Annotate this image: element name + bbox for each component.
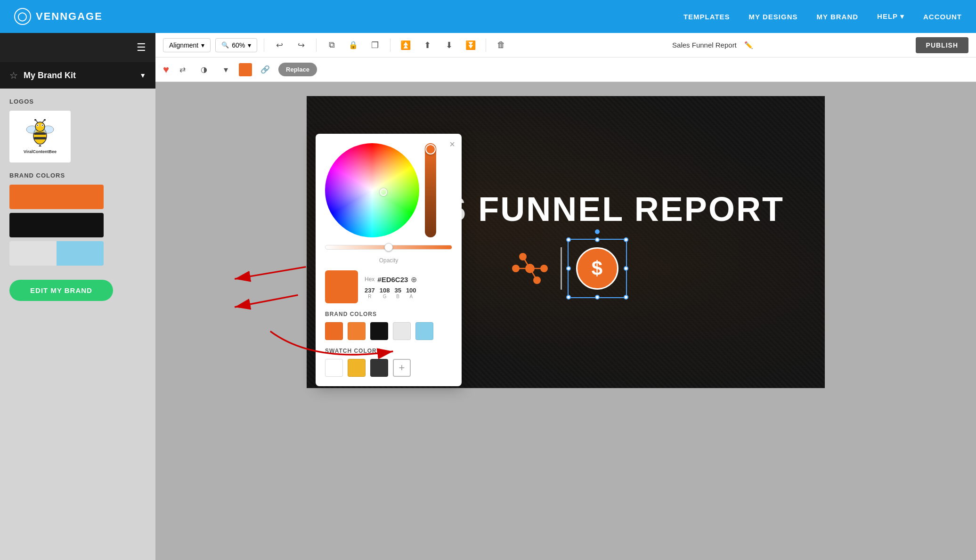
search-icon: 🔍 bbox=[221, 41, 229, 49]
nav-links: TEMPLATES MY DESIGNS MY BRAND HELP ACCOU… bbox=[683, 12, 962, 21]
swatch-white[interactable] bbox=[325, 359, 343, 377]
toolbar-secondary: ♥ ⇄ ◑ ▾ 🔗 Replace bbox=[155, 57, 976, 82]
separator-2 bbox=[316, 39, 317, 52]
handle-middle-left[interactable] bbox=[566, 266, 571, 271]
move-down-button[interactable]: ⬇ bbox=[440, 37, 457, 54]
copy-style-button[interactable]: ⧉ bbox=[323, 37, 340, 54]
swatch-add-button[interactable]: + bbox=[393, 359, 411, 377]
move-top-button[interactable]: ⏫ bbox=[397, 37, 414, 54]
nav-help[interactable]: HELP bbox=[877, 12, 904, 21]
opacity-label: Opacity bbox=[325, 257, 452, 264]
alignment-chevron-icon: ▾ bbox=[201, 41, 204, 49]
handle-top-right[interactable] bbox=[624, 237, 628, 242]
brand-color-row-3 bbox=[9, 241, 104, 266]
popup-brand-color-1[interactable] bbox=[325, 322, 343, 340]
dollar-icon: $ bbox=[576, 247, 618, 290]
popup-brand-colors-row bbox=[325, 322, 452, 340]
color-swatch-button[interactable] bbox=[239, 63, 252, 76]
popup-brand-color-3[interactable] bbox=[370, 322, 388, 340]
publish-button[interactable]: PUBLISH bbox=[916, 37, 968, 53]
handle-bottom-right[interactable] bbox=[624, 295, 628, 300]
handle-bottom-center[interactable] bbox=[595, 295, 600, 300]
link-button[interactable]: 🔗 bbox=[257, 61, 274, 78]
color-wheel[interactable] bbox=[325, 143, 419, 237]
svg-point-6 bbox=[35, 122, 45, 131]
network-icon bbox=[509, 247, 551, 290]
edit-brand-button[interactable]: EDIT MY BRAND bbox=[9, 280, 113, 301]
rgba-a-label: A bbox=[409, 294, 413, 299]
duplicate-button[interactable]: ❐ bbox=[366, 37, 383, 54]
svg-line-11 bbox=[36, 120, 38, 122]
nav-account[interactable]: ACCOUNT bbox=[923, 13, 962, 21]
logo-icon: ◯ bbox=[14, 8, 31, 25]
hex-value[interactable]: #ED6C23 bbox=[377, 276, 408, 284]
sidebar-content: LOGOS bbox=[0, 89, 155, 560]
rgba-a-group: 100 A bbox=[406, 287, 416, 299]
nav-templates[interactable]: TEMPLATES bbox=[683, 13, 730, 21]
nav-my-brand[interactable]: MY BRAND bbox=[817, 13, 859, 21]
lock-button[interactable]: 🔒 bbox=[345, 37, 362, 54]
zoom-dropdown[interactable]: 🔍 60% ▾ bbox=[215, 38, 257, 52]
undo-button[interactable]: ↩ bbox=[271, 37, 288, 54]
bee-svg-icon bbox=[24, 119, 57, 147]
handle-rotate[interactable] bbox=[595, 229, 600, 234]
separator-3 bbox=[390, 39, 390, 52]
replace-button[interactable]: Replace bbox=[278, 63, 317, 76]
contrast-chevron-icon[interactable]: ▾ bbox=[217, 61, 234, 78]
brand-color-orange[interactable] bbox=[9, 185, 104, 209]
rgba-g-value[interactable]: 108 bbox=[380, 287, 390, 294]
redo-button[interactable]: ↪ bbox=[293, 37, 309, 54]
rgba-b-value[interactable]: 35 bbox=[394, 287, 401, 294]
color-wheel-container bbox=[325, 143, 452, 237]
popup-brand-color-2[interactable] bbox=[348, 322, 366, 340]
move-bottom-button[interactable]: ⏬ bbox=[462, 37, 479, 54]
toolbar-top: Alignment ▾ 🔍 60% ▾ ↩ ↪ ⧉ 🔒 ❐ ⏫ ⬆ ⬇ ⏬ 🗑 … bbox=[155, 33, 976, 57]
zoom-label: 60% bbox=[232, 41, 245, 49]
dollar-icon-container[interactable]: $ bbox=[571, 243, 623, 294]
popup-brand-color-4[interactable] bbox=[393, 322, 411, 340]
color-values: Hex #ED6C23 ⊕ 237 R 108 G bbox=[365, 275, 452, 299]
favorite-button[interactable]: ♥ bbox=[163, 64, 169, 76]
main-layout: ☰ ☆ My Brand Kit ▼ LOGOS bbox=[0, 33, 976, 560]
brand-logo-bee: ViralContentBee bbox=[24, 119, 57, 154]
document-title: Sales Funnel Report bbox=[672, 41, 737, 49]
contrast-button[interactable]: ◑ bbox=[195, 61, 212, 78]
nav-my-designs[interactable]: MY DESIGNS bbox=[749, 13, 798, 21]
swatch-yellow[interactable] bbox=[348, 359, 366, 377]
dollar-sign-icon: $ bbox=[592, 257, 602, 280]
alignment-dropdown[interactable]: Alignment ▾ bbox=[163, 38, 211, 52]
color-preview-swatch bbox=[325, 270, 358, 303]
brand-color-lightblue[interactable] bbox=[57, 241, 104, 266]
brand-colors-label: BRAND COLORS bbox=[9, 172, 146, 179]
rgba-b-group: 35 B bbox=[394, 287, 401, 299]
opacity-slider[interactable] bbox=[325, 245, 452, 250]
zoom-chevron-icon: ▾ bbox=[248, 41, 251, 49]
popup-close-button[interactable]: × bbox=[449, 139, 455, 149]
brand-kit-bar[interactable]: ☆ My Brand Kit ▼ bbox=[0, 62, 155, 89]
rgba-g-label: G bbox=[383, 294, 387, 299]
rgba-a-value[interactable]: 100 bbox=[406, 287, 416, 294]
popup-brand-color-5[interactable] bbox=[415, 322, 433, 340]
brand-kit-chevron-icon: ▼ bbox=[139, 72, 146, 79]
handle-top-center[interactable] bbox=[595, 237, 600, 242]
handle-bottom-left[interactable] bbox=[566, 295, 571, 300]
transform-button[interactable]: ⇄ bbox=[174, 61, 191, 78]
swatch-dark[interactable] bbox=[370, 359, 388, 377]
eyedropper-button[interactable]: ⊕ bbox=[411, 275, 417, 284]
opacity-row bbox=[325, 245, 452, 250]
logo-text: VENNGAGE bbox=[36, 10, 103, 23]
brand-color-gray[interactable] bbox=[9, 241, 57, 266]
edit-icon[interactable]: ✏️ bbox=[744, 41, 753, 49]
handle-top-left[interactable] bbox=[566, 237, 571, 242]
handle-middle-right[interactable] bbox=[624, 266, 628, 271]
hue-slider[interactable] bbox=[425, 143, 436, 237]
brand-color-black[interactable] bbox=[9, 213, 104, 237]
svg-rect-3 bbox=[34, 137, 46, 139]
rgba-r-value[interactable]: 237 bbox=[365, 287, 375, 294]
delete-button[interactable]: 🗑 bbox=[493, 37, 510, 54]
move-up-button[interactable]: ⬆ bbox=[419, 37, 436, 54]
hamburger-menu[interactable]: ☰ bbox=[137, 41, 146, 54]
separator-1 bbox=[264, 39, 264, 52]
logo[interactable]: ◯ VENNGAGE bbox=[14, 8, 103, 25]
alignment-label: Alignment bbox=[169, 41, 198, 49]
